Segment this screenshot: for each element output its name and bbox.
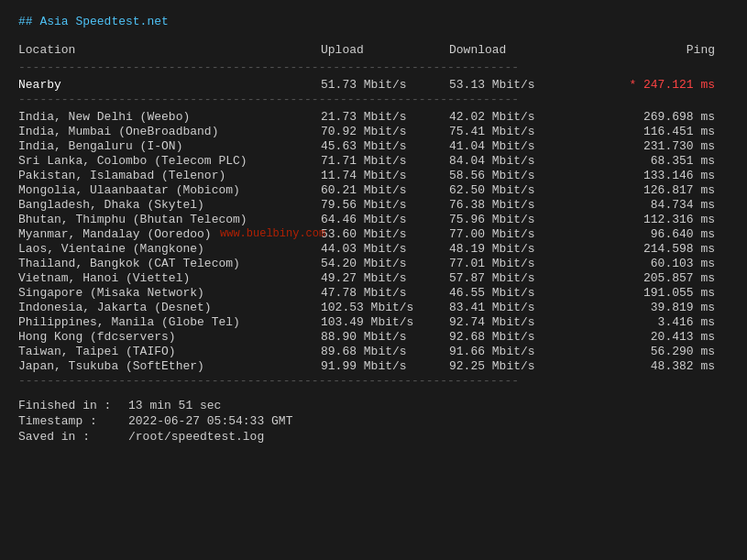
row-ping: 205.857 ms bbox=[596, 271, 715, 285]
row-download: 48.19 Mbit/s bbox=[449, 242, 596, 256]
table-row: Thailand, Bangkok (CAT Telecom)54.20 Mbi… bbox=[18, 257, 729, 270]
table-row: Singapore (Misaka Network)47.78 Mbit/s46… bbox=[18, 286, 729, 300]
row-download: 46.55 Mbit/s bbox=[449, 286, 596, 300]
row-upload: 91.99 Mbit/s bbox=[321, 359, 449, 373]
row-location: Laos, Vientaine (Mangkone) bbox=[18, 242, 321, 256]
row-location: Taiwan, Taipei (TAIFO) bbox=[18, 345, 321, 358]
header-download: Download bbox=[449, 43, 596, 57]
table-row: www.buelbiny.comMyanmar, Mandalay (Oored… bbox=[18, 227, 729, 241]
table-row: Laos, Vientaine (Mangkone)44.03 Mbit/s48… bbox=[18, 242, 729, 256]
row-download: 92.74 Mbit/s bbox=[449, 315, 596, 329]
row-download: 77.00 Mbit/s bbox=[449, 227, 596, 241]
row-ping: 133.146 ms bbox=[596, 169, 715, 182]
row-download: 92.25 Mbit/s bbox=[449, 359, 596, 373]
row-location: Singapore (Misaka Network) bbox=[18, 286, 321, 300]
table-row: Vietnam, Hanoi (Viettel)49.27 Mbit/s57.8… bbox=[18, 271, 729, 285]
table-row: Japan, Tsukuba (SoftEther)91.99 Mbit/s92… bbox=[18, 359, 729, 373]
table-row: Indonesia, Jakarta (Desnet)102.53 Mbit/s… bbox=[18, 301, 729, 314]
nearby-row: Nearby 51.73 Mbit/s 53.13 Mbit/s * 247.1… bbox=[18, 78, 729, 92]
row-download: 92.68 Mbit/s bbox=[449, 330, 596, 344]
row-upload: 89.68 Mbit/s bbox=[321, 345, 449, 358]
table-row: India, Bengaluru (I-ON)45.63 Mbit/s41.04… bbox=[18, 139, 729, 153]
footer-saved-value: /root/speedtest.log bbox=[128, 430, 264, 444]
row-upload: 47.78 Mbit/s bbox=[321, 286, 449, 300]
row-location: India, New Delhi (Weebo) bbox=[18, 110, 321, 124]
row-ping: 60.103 ms bbox=[596, 257, 715, 270]
row-upload: 54.20 Mbit/s bbox=[321, 257, 449, 270]
row-location: Mongolia, Ulaanbaatar (Mobicom) bbox=[18, 183, 321, 197]
row-upload: 45.63 Mbit/s bbox=[321, 139, 449, 153]
footer-timestamp-value: 2022-06-27 05:54:33 GMT bbox=[128, 414, 292, 428]
row-ping: 191.055 ms bbox=[596, 286, 715, 300]
row-download: 57.87 Mbit/s bbox=[449, 271, 596, 285]
footer: Finished in : 13 min 51 sec Timestamp : … bbox=[18, 399, 729, 444]
row-download: 75.41 Mbit/s bbox=[449, 125, 596, 138]
row-location: India, Mumbai (OneBroadband) bbox=[18, 125, 321, 138]
header-location: Location bbox=[18, 43, 321, 57]
row-download: 91.66 Mbit/s bbox=[449, 345, 596, 358]
row-ping: 68.351 ms bbox=[596, 154, 715, 168]
footer-saved: Saved in : /root/speedtest.log bbox=[18, 430, 729, 444]
row-ping: 126.817 ms bbox=[596, 183, 715, 197]
table-row: Bhutan, Thimphu (Bhutan Telecom)64.46 Mb… bbox=[18, 213, 729, 226]
row-upload: 53.60 Mbit/s bbox=[321, 227, 449, 241]
row-download: 42.02 Mbit/s bbox=[449, 110, 596, 124]
row-ping: 231.730 ms bbox=[596, 139, 715, 153]
row-download: 84.04 Mbit/s bbox=[449, 154, 596, 168]
nearby-location: Nearby bbox=[18, 78, 321, 92]
row-download: 83.41 Mbit/s bbox=[449, 301, 596, 314]
table-row: India, New Delhi (Weebo)21.73 Mbit/s42.0… bbox=[18, 110, 729, 124]
table-row: Mongolia, Ulaanbaatar (Mobicom)60.21 Mbi… bbox=[18, 183, 729, 197]
row-ping: 84.734 ms bbox=[596, 198, 715, 212]
row-download: 77.01 Mbit/s bbox=[449, 257, 596, 270]
table-row: Bangladesh, Dhaka (Skytel)79.56 Mbit/s76… bbox=[18, 198, 729, 212]
row-location: Sri Lanka, Colombo (Telecom PLC) bbox=[18, 154, 321, 168]
row-upload: 21.73 Mbit/s bbox=[321, 110, 449, 124]
row-upload: 88.90 Mbit/s bbox=[321, 330, 449, 344]
row-upload: 11.74 Mbit/s bbox=[321, 169, 449, 182]
row-ping: 48.382 ms bbox=[596, 359, 715, 373]
nearby-ping: * 247.121 ms bbox=[596, 78, 715, 92]
row-ping: 20.413 ms bbox=[596, 330, 715, 344]
row-upload: 60.21 Mbit/s bbox=[321, 183, 449, 197]
row-ping: 214.598 ms bbox=[596, 242, 715, 256]
row-upload: 103.49 Mbit/s bbox=[321, 315, 449, 329]
row-download: 75.96 Mbit/s bbox=[449, 213, 596, 226]
row-location: Bhutan, Thimphu (Bhutan Telecom) bbox=[18, 213, 321, 226]
row-ping: 96.640 ms bbox=[596, 227, 715, 241]
table-row: Philippines, Manila (Globe Tel)103.49 Mb… bbox=[18, 315, 729, 329]
footer-finished: Finished in : 13 min 51 sec bbox=[18, 399, 729, 412]
row-location: Hong Kong (fdcservers) bbox=[18, 330, 321, 344]
header-ping: Ping bbox=[596, 43, 715, 57]
nearby-download: 53.13 Mbit/s bbox=[449, 78, 596, 92]
watermark: www.buelbiny.com bbox=[220, 227, 325, 240]
nearby-upload: 51.73 Mbit/s bbox=[321, 78, 449, 92]
row-download: 41.04 Mbit/s bbox=[449, 139, 596, 153]
row-ping: 269.698 ms bbox=[596, 110, 715, 124]
divider-bottom: ----------------------------------------… bbox=[18, 374, 729, 388]
row-location: Vietnam, Hanoi (Viettel) bbox=[18, 271, 321, 285]
row-download: 62.50 Mbit/s bbox=[449, 183, 596, 197]
row-download: 76.38 Mbit/s bbox=[449, 198, 596, 212]
row-ping: 112.316 ms bbox=[596, 213, 715, 226]
row-location: Thailand, Bangkok (CAT Telecom) bbox=[18, 257, 321, 270]
table-row: Sri Lanka, Colombo (Telecom PLC)71.71 Mb… bbox=[18, 154, 729, 168]
table-row: Hong Kong (fdcservers)88.90 Mbit/s92.68 … bbox=[18, 330, 729, 344]
table-row: Pakistan, Islamabad (Telenor)11.74 Mbit/… bbox=[18, 169, 729, 182]
footer-finished-label: Finished in : bbox=[18, 399, 128, 412]
title: ## Asia Speedtest.net bbox=[18, 15, 729, 28]
row-upload: 70.92 Mbit/s bbox=[321, 125, 449, 138]
footer-timestamp-label: Timestamp : bbox=[18, 414, 128, 428]
divider-top: ----------------------------------------… bbox=[18, 60, 729, 74]
table-row: India, Mumbai (OneBroadband)70.92 Mbit/s… bbox=[18, 125, 729, 138]
row-upload: 64.46 Mbit/s bbox=[321, 213, 449, 226]
row-upload: 79.56 Mbit/s bbox=[321, 198, 449, 212]
row-location: Pakistan, Islamabad (Telenor) bbox=[18, 169, 321, 182]
row-location: Bangladesh, Dhaka (Skytel) bbox=[18, 198, 321, 212]
row-location: Indonesia, Jakarta (Desnet) bbox=[18, 301, 321, 314]
row-ping: 116.451 ms bbox=[596, 125, 715, 138]
row-download: 58.56 Mbit/s bbox=[449, 169, 596, 182]
row-ping: 39.819 ms bbox=[596, 301, 715, 314]
row-upload: 49.27 Mbit/s bbox=[321, 271, 449, 285]
footer-saved-label: Saved in : bbox=[18, 430, 128, 444]
